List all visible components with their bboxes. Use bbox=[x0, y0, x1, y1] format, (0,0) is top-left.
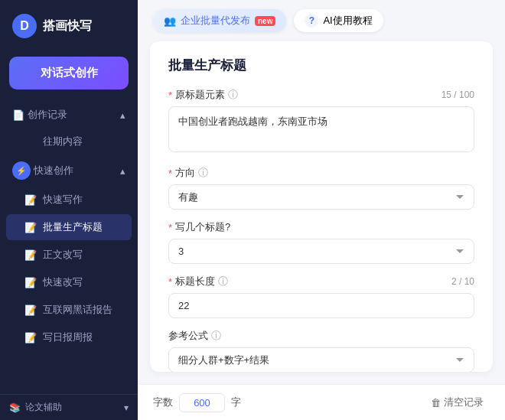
thesis-footer[interactable]: 📚 论文辅助 ▾ bbox=[0, 394, 138, 420]
thesis-icon: 📚 bbox=[9, 402, 21, 413]
page-title: 批量生产标题 bbox=[168, 57, 474, 74]
quick-copy-label: 快速改写 bbox=[43, 275, 83, 289]
topbar: 👥 企业批量代发布 new ? AI使用教程 bbox=[138, 0, 505, 41]
body-rewrite-icon: 📝 bbox=[24, 249, 37, 261]
sidebar: D 搭画快写 对话式创作 📄 创作记录 ▴ 往期内容 ⚡ 快速创作 ▴ 📝 bbox=[0, 0, 138, 420]
direction-label: 方向 bbox=[175, 166, 195, 180]
chevron-down-icon: ▾ bbox=[124, 402, 129, 413]
length-group: * 标题长度 ⓘ 2 / 10 bbox=[168, 275, 474, 318]
formula-label-row: 参考公式 ⓘ bbox=[168, 329, 474, 343]
count-select[interactable]: 1 2 3 4 5 bbox=[168, 239, 474, 264]
bottom-bar: 字数 字 🗑 清空记录 bbox=[138, 384, 505, 420]
count-group: * 写几个标题? 1 2 3 4 5 bbox=[168, 220, 474, 264]
main-area: 👥 企业批量代发布 new ? AI使用教程 批量生产标题 * 原标题元素 ⓘ … bbox=[138, 0, 505, 420]
quick-create-section: ⚡ 快速创作 ▴ 📝 快速写作 📝 批量生产标题 📝 正文改写 📝 快速改写 📝… bbox=[0, 155, 138, 351]
original-elements-label: 原标题元素 bbox=[175, 88, 225, 102]
word-count-input[interactable] bbox=[179, 393, 225, 412]
content-area: 批量生产标题 * 原标题元素 ⓘ 15 / 100 * 方向 ⓘ 有趣 专业 情… bbox=[150, 41, 493, 372]
logo-icon: D bbox=[12, 14, 37, 38]
batch-publish-label: 企业批量代发布 bbox=[181, 14, 250, 28]
formula-label: 参考公式 bbox=[168, 329, 208, 343]
creation-record-section: 📄 创作记录 ▴ 往期内容 bbox=[0, 102, 138, 155]
count-label: 写几个标题? bbox=[175, 220, 230, 234]
formula-group: 参考公式 ⓘ 细分人群+数字+结果 悬念式 对比式 提问式 bbox=[168, 329, 474, 372]
batch-title-icon: 📝 bbox=[24, 221, 37, 233]
required-star2: * bbox=[168, 168, 172, 179]
sidebar-item-internet-report[interactable]: 📝 互联网黑话报告 bbox=[6, 297, 132, 323]
sidebar-item-body-rewrite[interactable]: 📝 正文改写 bbox=[6, 242, 132, 268]
past-content-icon bbox=[24, 135, 37, 148]
new-badge: new bbox=[255, 16, 275, 26]
clear-label: 清空记录 bbox=[444, 396, 484, 409]
help-circle-icon: ? bbox=[305, 14, 318, 28]
past-content-label: 往期内容 bbox=[43, 135, 83, 148]
batch-title-label: 批量生产标题 bbox=[43, 220, 103, 234]
original-elements-group: * 原标题元素 ⓘ 15 / 100 bbox=[168, 88, 474, 155]
logo-text: 搭画快写 bbox=[43, 18, 92, 34]
clear-button[interactable]: 🗑 清空记录 bbox=[425, 392, 490, 412]
info-icon2[interactable]: ⓘ bbox=[198, 166, 208, 180]
thesis-label: 论文辅助 bbox=[25, 401, 62, 414]
document-icon: 📄 bbox=[12, 109, 24, 121]
length-label: 标题长度 bbox=[175, 275, 215, 288]
sidebar-item-quick-copy[interactable]: 📝 快速改写 bbox=[6, 269, 132, 295]
sidebar-logo: D 搭画快写 bbox=[0, 0, 138, 50]
word-count-label: 字数 bbox=[153, 396, 173, 409]
length-input[interactable] bbox=[168, 293, 474, 318]
batch-publish-button[interactable]: 👥 企业批量代发布 new bbox=[153, 9, 286, 32]
direction-group: * 方向 ⓘ 有趣 专业 情感 搞笑 严肃 bbox=[168, 166, 474, 210]
sidebar-item-past-content[interactable]: 往期内容 bbox=[6, 129, 132, 155]
daily-report-icon: 📝 bbox=[24, 331, 37, 343]
ai-tutorial-button[interactable]: ? AI使用教程 bbox=[294, 9, 383, 32]
body-rewrite-label: 正文改写 bbox=[43, 248, 83, 262]
chevron-up-icon: ▴ bbox=[120, 109, 125, 121]
original-elements-textarea[interactable] bbox=[168, 106, 474, 152]
direction-select[interactable]: 有趣 专业 情感 搞笑 严肃 bbox=[168, 184, 474, 210]
quick-write-label: 快速写作 bbox=[43, 193, 83, 207]
char-count: 15 / 100 bbox=[441, 90, 474, 100]
info-icon4[interactable]: ⓘ bbox=[211, 329, 221, 343]
internet-report-icon: 📝 bbox=[24, 304, 37, 316]
length-label-row: * 标题长度 ⓘ 2 / 10 bbox=[168, 275, 474, 288]
ai-tutorial-label: AI使用教程 bbox=[323, 14, 372, 28]
creation-record-label: 创作记录 bbox=[28, 108, 67, 122]
internet-report-label: 互联网黑话报告 bbox=[43, 303, 112, 317]
quick-create-icon: ⚡ bbox=[12, 161, 31, 180]
quick-create-label: 快速创作 bbox=[34, 164, 73, 177]
sidebar-item-quick-write[interactable]: 📝 快速写作 bbox=[6, 187, 132, 213]
cta-button[interactable]: 对话式创作 bbox=[9, 57, 129, 90]
chevron-up-icon2: ▴ bbox=[120, 165, 125, 177]
creation-record-header[interactable]: 📄 创作记录 ▴ bbox=[0, 102, 138, 128]
quick-copy-icon: 📝 bbox=[24, 276, 37, 288]
original-elements-label-row: * 原标题元素 ⓘ 15 / 100 bbox=[168, 88, 474, 102]
quick-create-header[interactable]: ⚡ 快速创作 ▴ bbox=[0, 155, 138, 186]
required-star4: * bbox=[168, 276, 172, 288]
formula-select[interactable]: 细分人群+数字+结果 悬念式 对比式 提问式 bbox=[168, 347, 474, 372]
sidebar-item-daily-report[interactable]: 📝 写日报周报 bbox=[6, 324, 132, 350]
length-char-count: 2 / 10 bbox=[451, 276, 474, 287]
trash-icon: 🗑 bbox=[431, 397, 441, 409]
daily-report-label: 写日报周报 bbox=[43, 330, 93, 344]
batch-publish-icon: 👥 bbox=[164, 15, 176, 27]
required-star3: * bbox=[168, 222, 172, 233]
sidebar-item-batch-title[interactable]: 📝 批量生产标题 bbox=[6, 214, 132, 240]
required-star: * bbox=[168, 90, 172, 101]
direction-label-row: * 方向 ⓘ bbox=[168, 166, 474, 180]
count-label-row: * 写几个标题? bbox=[168, 220, 474, 234]
word-unit: 字 bbox=[231, 396, 241, 409]
quick-write-icon: 📝 bbox=[24, 194, 37, 206]
info-icon[interactable]: ⓘ bbox=[228, 88, 238, 102]
info-icon3[interactable]: ⓘ bbox=[218, 275, 228, 288]
